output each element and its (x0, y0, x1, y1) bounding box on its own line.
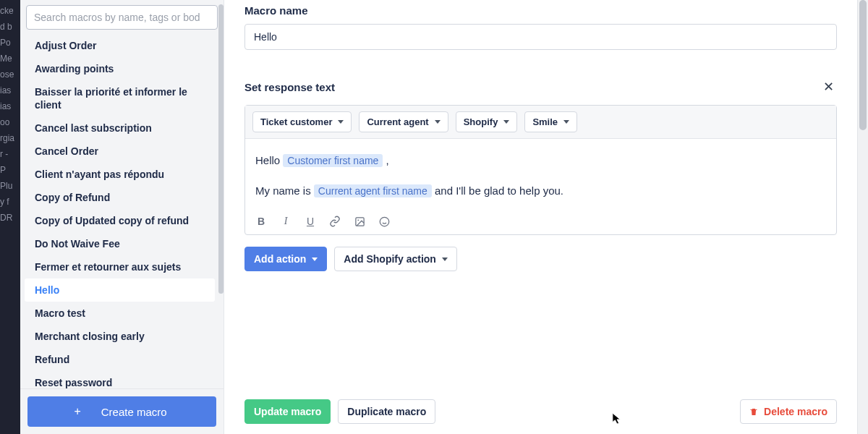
response-text-label: Set response text (244, 81, 335, 93)
macro-list[interactable]: Adjust Order Awarding points Baisser la … (20, 34, 224, 388)
chevron-down-icon (442, 258, 448, 261)
chip-customer-first-name[interactable]: Customer first name (283, 154, 383, 167)
sidebar-item[interactable]: Merchant closing early (25, 325, 215, 348)
var-shopify-button[interactable]: Shopify (456, 111, 518, 132)
link-icon[interactable] (329, 216, 341, 227)
search-input[interactable] (26, 5, 218, 30)
main-panel: Macro name Set response text ✕ Ticket cu… (224, 0, 857, 434)
sidebar-item[interactable]: Reset password (25, 371, 215, 388)
bold-icon[interactable]: B (255, 216, 267, 227)
sidebar-item[interactable]: Awarding points (25, 57, 215, 80)
plus-icon: + (74, 405, 80, 418)
response-editor: Ticket customer Current agent Shopify Sm… (244, 105, 837, 235)
chevron-down-icon (503, 120, 509, 124)
update-macro-button[interactable]: Update macro (244, 399, 331, 424)
var-smile-button[interactable]: Smile (524, 111, 577, 132)
sidebar-item[interactable]: Baisser la priorité et informer le clien… (25, 80, 215, 116)
underline-icon[interactable]: U (305, 216, 316, 227)
add-action-button[interactable]: Add action (244, 247, 327, 271)
sidebar-item[interactable]: Cancel last subscription (25, 116, 215, 140)
create-macro-label: Create macro (101, 406, 167, 418)
svg-point-2 (380, 217, 389, 226)
sidebar-item[interactable]: Macro test (25, 302, 215, 325)
duplicate-macro-button[interactable]: Duplicate macro (338, 399, 435, 424)
background-strip: cked b PoMe oseiasias oorgiar - PPluy f … (0, 0, 20, 434)
italic-icon[interactable]: I (280, 216, 292, 227)
close-icon[interactable]: ✕ (820, 76, 837, 98)
add-shopify-action-button[interactable]: Add Shopify action (334, 247, 457, 271)
scrollbar-thumb[interactable] (859, 0, 867, 130)
editor-body[interactable]: Hello Customer first name , My name is C… (245, 139, 836, 211)
chevron-down-icon (312, 258, 318, 261)
page-scrollbar[interactable] (857, 0, 868, 434)
sidebar-item[interactable]: Copy of Updated copy of refund (25, 209, 215, 232)
sidebar-item[interactable]: Copy of Refund (25, 186, 215, 209)
sidebar-item[interactable]: Do Not Waive Fee (25, 232, 215, 255)
trash-icon (749, 407, 758, 417)
macro-name-label: Macro name (244, 4, 837, 17)
image-icon[interactable] (354, 216, 365, 227)
sidebar: Adjust Order Awarding points Baisser la … (20, 0, 224, 434)
chevron-down-icon (338, 120, 344, 124)
delete-macro-button[interactable]: Delete macro (740, 399, 837, 424)
var-current-agent-button[interactable]: Current agent (359, 111, 448, 132)
sidebar-item[interactable]: Fermer et retourner aux sujets (25, 255, 215, 278)
sidebar-item[interactable]: Cancel Order (25, 140, 215, 163)
sidebar-item[interactable]: Refund (25, 348, 215, 371)
create-macro-button[interactable]: + Create macro (27, 396, 216, 427)
macro-name-input[interactable] (244, 24, 837, 50)
editor-toolbar: B I U (245, 211, 836, 234)
chevron-down-icon (435, 120, 441, 124)
svg-point-1 (357, 219, 359, 221)
variable-row: Ticket customer Current agent Shopify Sm… (245, 106, 836, 139)
sidebar-scrollbar[interactable] (218, 4, 224, 294)
chip-agent-first-name[interactable]: Current agent first name (314, 184, 432, 197)
emoji-icon[interactable] (378, 216, 390, 227)
sidebar-item-selected[interactable]: Hello (25, 278, 215, 302)
sidebar-item[interactable]: Client n'ayant pas répondu (25, 163, 215, 186)
var-ticket-customer-button[interactable]: Ticket customer (252, 111, 352, 132)
sidebar-item[interactable]: Adjust Order (25, 34, 215, 57)
chevron-down-icon (563, 120, 569, 124)
